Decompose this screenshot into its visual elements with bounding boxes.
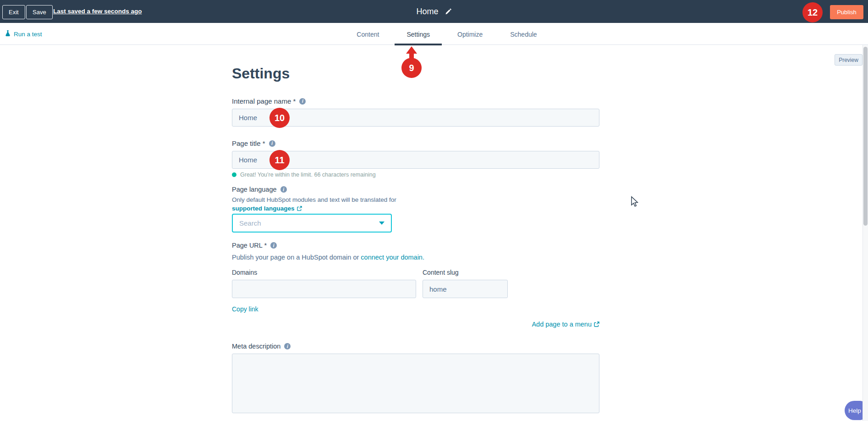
tab-settings[interactable]: Settings bbox=[395, 23, 442, 45]
select-placeholder: Search bbox=[239, 219, 379, 227]
annotation-badge-11: 11 bbox=[269, 150, 290, 170]
info-icon[interactable]: i bbox=[284, 343, 291, 349]
page-title-label-text: Page title * bbox=[232, 139, 265, 147]
info-icon[interactable]: i bbox=[299, 98, 306, 105]
page-editor: Exit Save Last saved a few seconds ago H… bbox=[0, 0, 868, 421]
top-navbar: Exit Save Last saved a few seconds ago H… bbox=[0, 0, 868, 23]
title-length-feedback: Great! You're within the limit. 66 chara… bbox=[232, 172, 376, 178]
page-url-helper: Publish your page on a HubSpot domain or… bbox=[232, 254, 424, 261]
copy-link-label: Copy link bbox=[232, 305, 258, 313]
internal-page-name-label-text: Internal page name * bbox=[232, 97, 296, 105]
annotation-badge-9: 9 bbox=[401, 58, 422, 78]
exit-button[interactable]: Exit bbox=[2, 5, 25, 19]
info-icon[interactable]: i bbox=[270, 242, 277, 249]
external-link-icon bbox=[297, 206, 302, 211]
content-slug-input[interactable] bbox=[423, 280, 508, 298]
page-language-select[interactable]: Search bbox=[232, 214, 392, 233]
page-url-helper-text: Publish your page on a HubSpot domain or bbox=[232, 254, 359, 261]
connect-your-domain-link[interactable]: connect your domain. bbox=[361, 254, 424, 261]
help-button[interactable]: Help bbox=[845, 401, 865, 420]
save-button[interactable]: Save bbox=[26, 5, 53, 19]
domains-input[interactable] bbox=[232, 280, 416, 298]
meta-description-label-text: Meta description bbox=[232, 343, 280, 350]
external-link-icon bbox=[594, 321, 599, 327]
copy-link[interactable]: Copy link bbox=[232, 305, 258, 313]
scrollbar-thumb[interactable] bbox=[863, 47, 868, 226]
add-page-to-menu-link[interactable]: Add page to a menu bbox=[232, 321, 599, 328]
info-icon[interactable]: i bbox=[280, 186, 287, 193]
meta-description-textarea[interactable] bbox=[232, 354, 599, 413]
info-icon[interactable]: i bbox=[269, 140, 275, 147]
supported-languages-link[interactable]: supported languages bbox=[232, 205, 302, 212]
title-length-message: Great! You're within the limit. 66 chara… bbox=[240, 172, 376, 178]
tab-bar: Content Settings Optimize Schedule bbox=[0, 23, 868, 45]
page-url-label: Page URL * i bbox=[232, 242, 277, 249]
meta-description-label: Meta description i bbox=[232, 343, 291, 350]
last-saved-status[interactable]: Last saved a few seconds ago bbox=[53, 8, 142, 15]
page-language-label-text: Page language bbox=[232, 186, 277, 193]
page-url-label-text: Page URL * bbox=[232, 242, 267, 249]
annotation-badge-10: 10 bbox=[269, 108, 290, 128]
internal-page-name-label: Internal page name * i bbox=[232, 97, 306, 105]
supported-languages-label: supported languages bbox=[232, 205, 295, 212]
add-page-to-menu-label: Add page to a menu bbox=[532, 321, 592, 328]
tab-optimize[interactable]: Optimize bbox=[445, 23, 494, 45]
annotation-badge-12: 12 bbox=[802, 2, 823, 22]
tab-schedule[interactable]: Schedule bbox=[498, 23, 549, 45]
success-dot-icon bbox=[232, 172, 236, 177]
edit-pencil-icon[interactable] bbox=[445, 8, 452, 15]
page-language-label: Page language i bbox=[232, 186, 287, 193]
chevron-down-icon bbox=[379, 222, 385, 225]
publish-button[interactable]: Publish bbox=[830, 5, 863, 19]
mouse-cursor-icon bbox=[630, 196, 640, 211]
preview-button[interactable]: Preview bbox=[835, 54, 863, 66]
page-title: Home bbox=[416, 7, 438, 17]
content-slug-label: Content slug bbox=[423, 269, 459, 276]
page-title-editor: Home bbox=[416, 0, 451, 23]
settings-heading: Settings bbox=[232, 65, 290, 82]
tab-content[interactable]: Content bbox=[345, 23, 391, 45]
page-language-helper: Only default HubSpot modules and text wi… bbox=[232, 196, 396, 203]
editor-subnav: Run a test Content Settings Optimize Sch… bbox=[0, 23, 868, 45]
domains-label: Domains bbox=[232, 269, 257, 276]
page-title-label: Page title * i bbox=[232, 139, 275, 147]
